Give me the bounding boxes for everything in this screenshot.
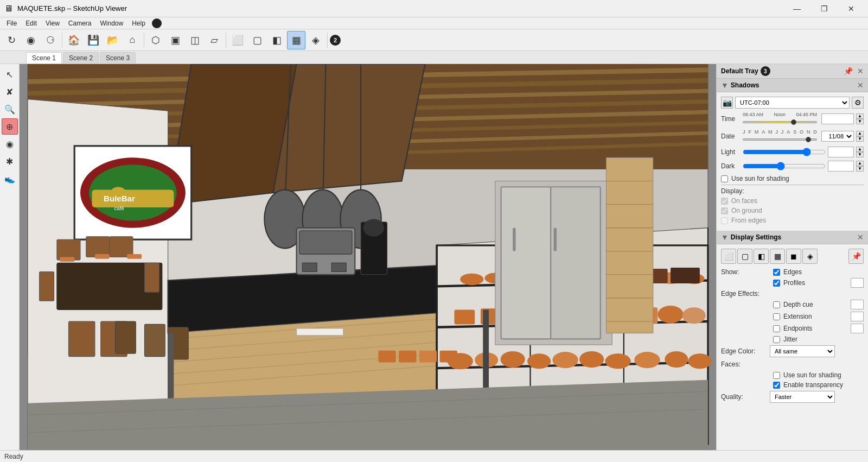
time-slider-container[interactable]: [743, 118, 817, 126]
ltool-pan[interactable]: ✱: [2, 153, 18, 169]
endpoints-checkbox[interactable]: [773, 325, 780, 332]
viewport[interactable]: BuleBar café: [20, 64, 716, 450]
endpoints-value[interactable]: 9: [851, 324, 864, 333]
ds-xray-btn[interactable]: ◈: [802, 249, 818, 264]
scene-tab-1[interactable]: Scene 1: [26, 52, 62, 64]
light-up[interactable]: ▲: [856, 147, 864, 152]
profiles-label[interactable]: Profiles: [783, 279, 805, 287]
toolbar-top[interactable]: ▣: [166, 31, 184, 49]
menu-file[interactable]: File: [2, 18, 21, 28]
menu-help[interactable]: Help: [127, 18, 150, 28]
time-up[interactable]: ▲: [856, 113, 864, 119]
light-down[interactable]: ▼: [856, 152, 864, 157]
edges-label[interactable]: Edges: [783, 268, 802, 276]
ltool-select[interactable]: ↖: [2, 66, 18, 83]
ds-shaded-btn[interactable]: ◧: [754, 249, 769, 264]
enable-transparency-row: Enable transparency: [721, 381, 864, 389]
ds-shaded-tex-btn[interactable]: ▦: [770, 249, 785, 264]
date-value-select[interactable]: 11/08: [821, 131, 854, 142]
profiles-value[interactable]: 2: [851, 278, 864, 288]
quality-select[interactable]: Faster Nicer: [770, 391, 835, 403]
menu-window[interactable]: Window: [96, 18, 128, 28]
endpoints-label[interactable]: Endpoints: [783, 325, 812, 332]
toolbar-wireframe[interactable]: ⬜: [228, 31, 247, 49]
shadows-close-button[interactable]: ✕: [857, 81, 864, 90]
date-row: Date J F M A M J J A S O: [721, 129, 864, 143]
ds-hidden-line-btn[interactable]: ▢: [737, 249, 752, 264]
toolbar-right[interactable]: ▱: [205, 31, 224, 49]
shadows-camera-icon[interactable]: 📷: [721, 97, 733, 109]
jitter-label[interactable]: Jitter: [783, 336, 797, 343]
scene-tab-3[interactable]: Scene 3: [100, 52, 136, 64]
edge-color-select[interactable]: All same By material By axis: [770, 345, 835, 357]
dark-slider[interactable]: [743, 162, 826, 170]
use-sun-faces-label[interactable]: Use sun for shading: [783, 371, 841, 379]
svg-rect-84: [671, 268, 700, 283]
toolbar-hidden-line[interactable]: ▢: [248, 31, 266, 49]
menu-camera[interactable]: Camera: [64, 18, 96, 28]
close-button[interactable]: ✕: [839, 0, 864, 17]
menu-view[interactable]: View: [41, 18, 64, 28]
minimize-button[interactable]: —: [784, 0, 809, 17]
dark-value-input[interactable]: 45: [828, 161, 854, 172]
menu-edit[interactable]: Edit: [21, 18, 41, 28]
date-down[interactable]: ▼: [856, 136, 864, 142]
enable-transparency-label[interactable]: Enable transparency: [783, 381, 843, 389]
toolbar-home[interactable]: 🏠: [65, 31, 83, 49]
ltool-measure[interactable]: 👟: [2, 170, 18, 187]
use-sun-label[interactable]: Use sun for shading: [731, 175, 789, 182]
toolbar-shaded[interactable]: ◧: [267, 31, 286, 49]
extension-value[interactable]: 3: [851, 312, 864, 321]
toolbar-open[interactable]: 📂: [104, 31, 122, 49]
light-value-input[interactable]: 80: [828, 147, 854, 157]
date-slider-container[interactable]: [743, 136, 817, 143]
svg-rect-114: [378, 351, 395, 363]
on-faces-checkbox[interactable]: [721, 198, 728, 205]
toolbar-front[interactable]: ◫: [186, 31, 204, 49]
ds-wireframe-btn[interactable]: ⬜: [721, 249, 736, 264]
scene-tab-2[interactable]: Scene 2: [63, 52, 99, 64]
toolbar-orbit[interactable]: ↻: [2, 31, 21, 49]
edges-checkbox[interactable]: [773, 269, 780, 276]
maximize-button[interactable]: ❐: [812, 0, 837, 17]
dark-up[interactable]: ▲: [856, 161, 864, 166]
shadows-section-header[interactable]: ▼ Shadows ✕: [717, 79, 868, 92]
ltool-eraser[interactable]: ✘: [2, 84, 18, 100]
date-up[interactable]: ▲: [856, 131, 864, 136]
timezone-select[interactable]: UTC-07:00: [735, 97, 850, 109]
from-edges-checkbox[interactable]: [721, 217, 728, 224]
on-ground-checkbox[interactable]: [721, 207, 728, 214]
toolbar-save[interactable]: 💾: [84, 31, 103, 49]
time-down[interactable]: ▼: [856, 119, 864, 124]
ltool-look[interactable]: ◉: [2, 136, 18, 152]
dark-down[interactable]: ▼: [856, 166, 864, 172]
light-slider[interactable]: [743, 148, 826, 156]
shadows-settings-icon[interactable]: ⚙: [852, 97, 864, 109]
ds-mono-btn[interactable]: ◼: [786, 249, 801, 264]
depth-cue-label[interactable]: Depth cue: [783, 301, 813, 308]
ltool-magnify[interactable]: 🔍: [2, 101, 18, 117]
time-value-input[interactable]: 01:30 PM: [821, 113, 854, 124]
extension-label[interactable]: Extension: [783, 313, 812, 320]
display-settings-header[interactable]: ▼ Display Settings ✕: [717, 231, 868, 244]
ds-pin-btn[interactable]: 📌: [848, 249, 864, 264]
toolbar-texture[interactable]: ▦: [287, 31, 305, 49]
toolbar-monochrome[interactable]: ◈: [307, 31, 325, 49]
ltool-orbit[interactable]: ⊕: [2, 118, 18, 135]
tray-close-button[interactable]: ✕: [857, 67, 864, 75]
toolbar-iso[interactable]: ⬡: [146, 31, 165, 49]
toolbar-walk[interactable]: ⚆: [41, 31, 60, 49]
tray-pin-button[interactable]: 📌: [844, 67, 853, 75]
toolbar-lookaround[interactable]: ◉: [22, 31, 40, 49]
depth-cue-value[interactable]: 4: [851, 300, 864, 309]
ds-close-button[interactable]: ✕: [857, 233, 864, 242]
enable-transparency-checkbox[interactable]: [773, 382, 780, 389]
jitter-checkbox[interactable]: [773, 336, 780, 343]
use-sun-checkbox[interactable]: [721, 175, 728, 182]
profiles-checkbox[interactable]: [773, 280, 780, 287]
use-sun-faces-checkbox[interactable]: [773, 372, 780, 379]
extension-checkbox[interactable]: [773, 313, 780, 320]
depth-cue-checkbox[interactable]: [773, 301, 780, 308]
toolbar-house[interactable]: ⌂: [123, 31, 142, 49]
date-months: J F M A M J J A S O N D: [743, 129, 817, 135]
